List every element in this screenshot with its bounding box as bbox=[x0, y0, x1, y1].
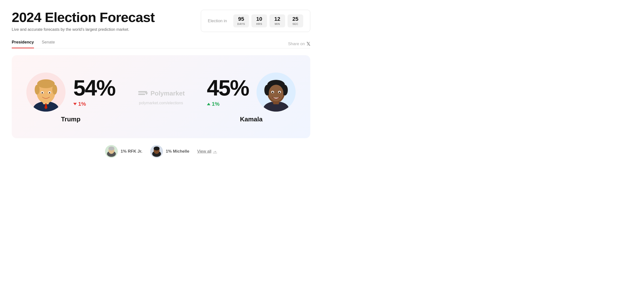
rfk-label: 1% RFK Jr. bbox=[121, 149, 142, 154]
trump-stats: 54% 1% bbox=[73, 77, 115, 107]
other-michelle: 1% Michelle bbox=[150, 145, 189, 158]
svg-point-35 bbox=[154, 147, 160, 150]
kamala-name: Kamala bbox=[240, 115, 263, 123]
countdown-sec-value: 25 bbox=[291, 16, 300, 22]
kamala-pct: 45% bbox=[207, 77, 249, 99]
polymarket-icon bbox=[137, 88, 148, 99]
tabs: Presidency Senate bbox=[12, 40, 55, 48]
svg-point-27 bbox=[279, 92, 280, 93]
countdown-min-value: 12 bbox=[273, 16, 282, 22]
svg-rect-12 bbox=[138, 91, 147, 93]
countdown-hrs-label: HRS bbox=[255, 22, 264, 25]
x-icon: 𝕏 bbox=[306, 41, 310, 47]
candidate-kamala: 45% 1% bbox=[207, 72, 296, 123]
svg-point-11 bbox=[49, 92, 50, 93]
share-on[interactable]: Share on 𝕏 bbox=[288, 41, 310, 47]
countdown-sec: 25 SEC bbox=[288, 14, 303, 27]
svg-point-9 bbox=[42, 92, 43, 93]
kamala-change: 1% bbox=[207, 101, 249, 107]
svg-point-6 bbox=[35, 85, 40, 94]
header-left: 2024 Election Forecast Live and accurate… bbox=[12, 10, 155, 32]
trump-change: 1% bbox=[73, 101, 115, 107]
countdown-hrs-value: 10 bbox=[255, 16, 264, 22]
kamala-stats: 45% 1% bbox=[207, 77, 249, 107]
tab-senate[interactable]: Senate bbox=[42, 40, 55, 48]
trump-arrow-down-icon bbox=[73, 103, 77, 105]
page-title: 2024 Election Forecast bbox=[12, 10, 155, 25]
trump-top: 54% 1% bbox=[26, 72, 115, 112]
watermark: Polymarket polymarket.com/elections bbox=[137, 88, 185, 105]
countdown-units: 95 DAYS 10 HRS 12 MIN 25 SEC bbox=[233, 14, 303, 27]
polymarket-logo: Polymarket bbox=[137, 88, 185, 99]
tabs-row: Presidency Senate Share on 𝕏 bbox=[12, 40, 310, 48]
countdown-box: Election in 95 DAYS 10 HRS 12 MIN 25 SEC bbox=[201, 10, 310, 32]
view-all-label: View all bbox=[197, 149, 211, 154]
trump-change-value: 1% bbox=[78, 101, 86, 107]
kamala-top: 45% 1% bbox=[207, 72, 296, 112]
countdown-days-value: 95 bbox=[237, 16, 246, 22]
kamala-avatar bbox=[256, 72, 296, 112]
polymarket-url: polymarket.com/elections bbox=[139, 101, 183, 105]
michelle-label: 1% Michelle bbox=[166, 149, 189, 154]
svg-point-25 bbox=[272, 92, 274, 93]
page-header: 2024 Election Forecast Live and accurate… bbox=[12, 10, 310, 32]
countdown-hrs: 10 HRS bbox=[252, 14, 267, 27]
view-all-link[interactable]: View all → bbox=[197, 149, 217, 154]
candidate-trump: 54% 1% Trump bbox=[26, 72, 115, 123]
kamala-arrow-up-icon bbox=[207, 103, 210, 105]
countdown-sec-label: SEC bbox=[291, 22, 300, 25]
share-label: Share on bbox=[288, 41, 305, 46]
kamala-change-value: 1% bbox=[212, 101, 220, 107]
svg-marker-14 bbox=[145, 93, 148, 95]
countdown-min-label: MIN bbox=[273, 22, 282, 25]
trump-pct: 54% bbox=[73, 77, 115, 99]
trump-avatar bbox=[26, 72, 66, 112]
others-row: 1% RFK Jr. 1% Michelle View all → bbox=[12, 145, 310, 158]
countdown-min: 12 MIN bbox=[270, 14, 285, 27]
view-all-arrow: → bbox=[213, 149, 217, 154]
svg-point-5 bbox=[37, 79, 55, 88]
countdown-days: 95 DAYS bbox=[233, 14, 249, 27]
polymarket-brand: Polymarket bbox=[150, 90, 185, 97]
forecast-card: 54% 1% Trump Polymarket polymarket.com/e… bbox=[12, 55, 310, 138]
tab-presidency[interactable]: Presidency bbox=[12, 40, 34, 48]
page-subtitle: Live and accurate forecasts by the world… bbox=[12, 27, 155, 32]
svg-rect-13 bbox=[138, 93, 145, 95]
trump-name: Trump bbox=[61, 115, 80, 123]
michelle-avatar bbox=[150, 145, 163, 158]
svg-point-31 bbox=[108, 147, 114, 150]
countdown-days-label: DAYS bbox=[237, 22, 246, 25]
other-rfk: 1% RFK Jr. bbox=[105, 145, 142, 158]
rfk-avatar bbox=[105, 145, 118, 158]
svg-point-7 bbox=[52, 85, 57, 94]
countdown-label: Election in bbox=[208, 18, 227, 23]
